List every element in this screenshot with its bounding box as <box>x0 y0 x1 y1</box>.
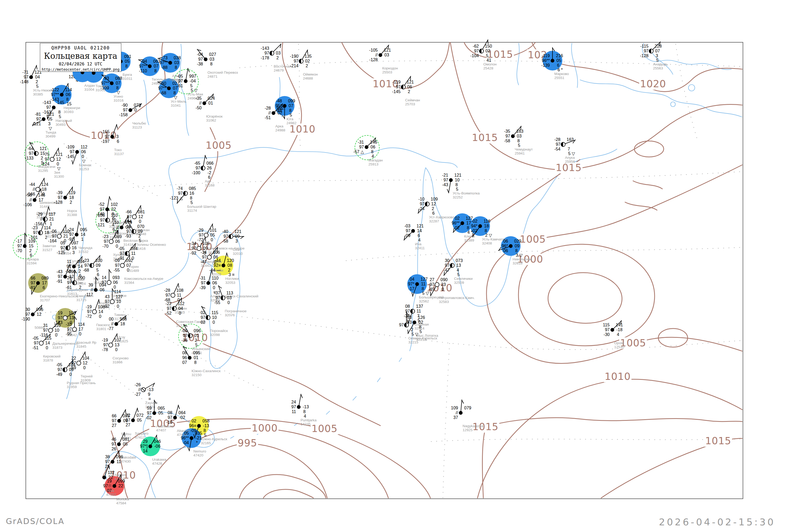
pressure-value: 027 <box>209 52 216 57</box>
pressure-value: 096 <box>36 307 43 312</box>
pressure-value: 146 <box>370 140 377 145</box>
pressure-tendency-value: -13 <box>203 423 209 428</box>
cloud-code-value: 8 <box>190 196 192 200</box>
pressure-value: 109 <box>431 197 438 201</box>
pressure-tendency-value: 14 <box>81 232 86 237</box>
station-name-label: Томмот31005 <box>95 84 108 92</box>
source-url[interactable]: http://meteocenter.net/circ/UHPP.png <box>40 67 121 72</box>
station-dot <box>75 150 79 154</box>
cloud-code-value: 4 <box>372 154 374 158</box>
station-dot <box>39 341 44 345</box>
temperature-value: 19 <box>48 311 62 315</box>
temperature-value: -155 <box>95 130 110 134</box>
visibility-weather-value: 97 <box>156 306 172 311</box>
temperature-value: 22 <box>62 356 76 360</box>
cloud-code-value: 0 <box>115 347 118 352</box>
station-dot <box>48 328 53 333</box>
visibility-weather-value: 97 <box>281 404 296 409</box>
cloud-code-value: 0 <box>114 285 116 289</box>
visibility-weather-value: 97 <box>191 255 207 259</box>
station-name-label: Никольское32618 <box>513 257 532 265</box>
temperature-value: -43 <box>48 269 62 274</box>
temperature-value: 08 <box>396 304 410 308</box>
temperature-value: -31 <box>349 140 364 145</box>
dewpoint-value: -68 <box>152 91 166 95</box>
pressure-value: 072 <box>134 103 141 108</box>
pressure-tendency-value: 07 <box>289 103 293 108</box>
pressure-value: 117 <box>49 212 56 216</box>
visibility-weather-value: 97 <box>34 157 50 162</box>
temperature-value: -35 <box>496 129 510 134</box>
pressure-tendency-value: 0 <box>134 108 137 112</box>
visibility-weather-value: 97 <box>109 251 125 255</box>
temperature-value: -23 <box>94 234 109 239</box>
temperature-value: -09 <box>105 258 120 263</box>
pressure-value: 113 <box>226 291 233 295</box>
visibility-weather-value: 97 <box>112 108 128 112</box>
station-dot <box>72 280 77 285</box>
dewpoint-value: -50 <box>187 106 202 110</box>
station-dot <box>89 263 94 268</box>
station-dot <box>131 418 135 422</box>
pressure-tendency-value: 14 <box>78 264 83 269</box>
station-dot <box>190 436 193 440</box>
station-dot <box>435 282 439 287</box>
station-dot <box>269 51 274 56</box>
station-name-label: Нерюнгри30393 <box>63 106 80 114</box>
dewpoint-value: -70 <box>8 248 22 253</box>
station-name-label: Чемурнаут25941 <box>515 147 533 155</box>
visibility-weather-value: 97 <box>116 229 131 233</box>
pressure-tendency-value: 03 <box>210 57 214 61</box>
station-name-label: Сеймчан25703 <box>405 98 420 106</box>
visibility-weather-value: // <box>186 101 202 105</box>
station-dot <box>63 196 67 200</box>
pressure-tendency-value: 05 <box>556 58 561 63</box>
pressure-value: 097 <box>71 241 78 245</box>
temperature-value: -90 <box>113 103 128 108</box>
dewpoint-value: -121 <box>26 121 41 126</box>
visibility-weather-value: 97 <box>94 299 110 304</box>
cloud-code-value: ▽ <box>117 90 120 95</box>
station-dot <box>172 306 177 311</box>
station-dot <box>299 59 304 63</box>
station-dot <box>478 224 482 228</box>
station-dot <box>271 111 275 115</box>
visibility-weather-value: 97 <box>94 134 110 139</box>
temperature-value: -62 <box>464 44 479 49</box>
station-name-label: Югарёнок31062 <box>206 114 223 122</box>
dewpoint-value: -09 <box>396 233 411 238</box>
dewpoint-value: -04 <box>174 440 189 445</box>
visibility-weather-value: 97 <box>33 328 48 332</box>
station-dot <box>129 108 132 112</box>
station-dot <box>94 288 98 292</box>
legend-box: QHPP98 UAOL 021200 Кольцевая карта 02/04… <box>40 43 121 72</box>
visibility-weather-value: 97 <box>47 367 62 372</box>
station-dot <box>410 309 415 314</box>
pressure-tendency-value: -21 <box>195 436 202 440</box>
temperature-value: -143 <box>37 100 51 105</box>
pressure-tendency-value: 18 <box>69 195 74 200</box>
cloud-code-value: 9 <box>148 392 150 397</box>
temperature-value: -60 <box>152 81 166 86</box>
pressure-tendency-value: 07 <box>116 81 120 86</box>
pressure-value: 099 <box>288 99 295 103</box>
temperature-value: 11 <box>57 259 71 264</box>
visibility-weather-value: 97 <box>348 145 364 149</box>
pressure-tendency-value: 05 <box>48 117 52 121</box>
temperature-value: -35 <box>187 96 202 100</box>
dewpoint-value: -43 <box>434 183 448 187</box>
temperature-value: 66 <box>21 276 35 280</box>
cloud-code-value: 0 <box>212 320 215 324</box>
dewpoint-value: -47 <box>192 260 207 264</box>
station-name-label: Охотский Перевоз24871 <box>208 71 238 78</box>
visibility-weather-value: 97 <box>433 178 448 182</box>
station-dot <box>36 281 40 285</box>
dewpoint-value: -77 <box>99 326 114 331</box>
temperature-value: 02 <box>182 419 196 423</box>
pressure-value: 121 <box>40 146 47 151</box>
visibility-weather-value: 97 <box>190 281 206 285</box>
cloud-code-value: 5 <box>290 113 292 117</box>
station-dot <box>509 244 513 248</box>
visibility-weather-value: 97 <box>15 312 30 317</box>
visibility-weather-value: 97 <box>56 280 72 285</box>
